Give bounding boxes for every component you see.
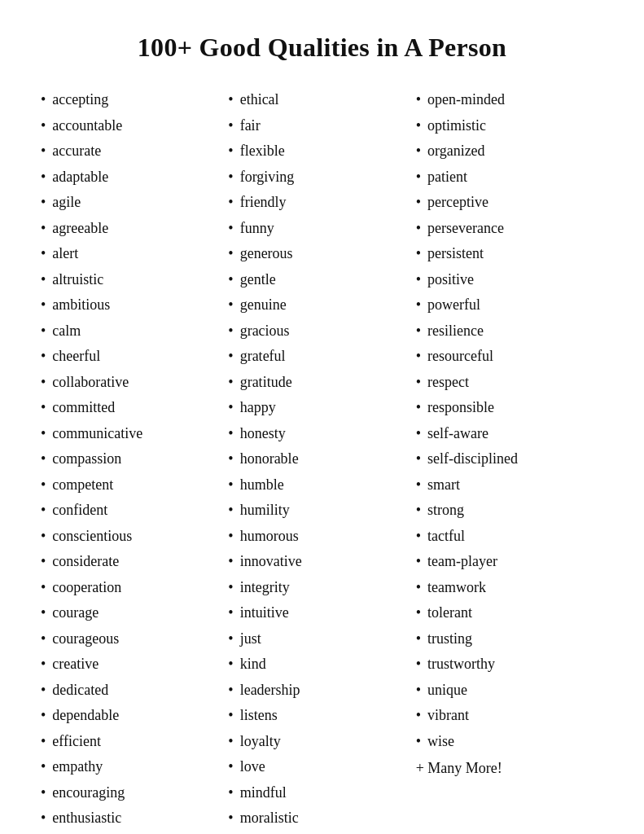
list-item: open-minded [416, 87, 603, 113]
list-item: generous [228, 241, 415, 267]
list-item: resourceful [416, 344, 603, 370]
list-item: grateful [228, 344, 415, 370]
list-item: friendly [228, 190, 415, 216]
list-item: wise [416, 729, 603, 755]
column-3: open-mindedoptimisticorganizedpatientper… [416, 87, 603, 832]
list-item: tolerant [416, 600, 603, 626]
extra-note: + Many More! [416, 756, 603, 782]
list-item: teamwork [416, 575, 603, 601]
list-item: innovative [228, 549, 415, 575]
qualities-list-1: acceptingaccountableaccurateadaptableagi… [41, 87, 228, 832]
list-item: loyalty [228, 729, 415, 755]
list-item: resilience [416, 318, 603, 345]
list-item: accepting [41, 87, 228, 113]
list-item: committed [41, 395, 228, 421]
list-item: flexible [228, 138, 415, 165]
list-item: funny [228, 216, 415, 242]
column-2: ethicalfairflexibleforgivingfriendlyfunn… [228, 87, 415, 832]
list-item: courageous [41, 626, 228, 652]
list-item: powerful [416, 292, 603, 318]
columns-wrapper: acceptingaccountableaccurateadaptableagi… [41, 87, 603, 832]
list-item: happy [228, 395, 415, 421]
list-item: adaptable [41, 165, 228, 191]
list-item: just [228, 626, 415, 652]
list-item: perceptive [416, 190, 603, 216]
list-item: listens [228, 703, 415, 729]
list-item: genuine [228, 292, 415, 318]
list-item: vibrant [416, 703, 603, 729]
list-item: alert [41, 241, 228, 267]
list-item: respect [416, 370, 603, 396]
list-item: ethical [228, 87, 415, 113]
list-item: compassion [41, 446, 228, 472]
list-item: gratitude [228, 370, 415, 396]
list-item: mindful [228, 780, 415, 806]
list-item: dependable [41, 703, 228, 729]
list-item: considerate [41, 549, 228, 575]
list-item: self-disciplined [416, 446, 603, 472]
list-item: agreeable [41, 216, 228, 242]
list-item: persistent [416, 241, 603, 267]
list-item: encouraging [41, 780, 228, 806]
list-item: optimistic [416, 113, 603, 139]
list-item: honesty [228, 421, 415, 447]
list-item: positive [416, 267, 603, 293]
list-item: forgiving [228, 165, 415, 191]
list-item: humorous [228, 524, 415, 550]
list-item: self-aware [416, 421, 603, 447]
page-container: 100+ Good Qualities in A Person acceptin… [0, 0, 644, 834]
qualities-list-2: ethicalfairflexibleforgivingfriendlyfunn… [228, 87, 415, 832]
list-item: efficient [41, 729, 228, 755]
list-item: humble [228, 472, 415, 498]
list-item: patient [416, 165, 603, 191]
list-item: humility [228, 498, 415, 524]
list-item: team-player [416, 549, 603, 575]
list-item: collaborative [41, 370, 228, 396]
list-item: fair [228, 113, 415, 139]
list-item: love [228, 754, 415, 780]
qualities-list-3: open-mindedoptimisticorganizedpatientper… [416, 87, 603, 754]
list-item: smart [416, 472, 603, 498]
page-title: 100+ Good Qualities in A Person [41, 33, 603, 63]
list-item: tactful [416, 524, 603, 550]
list-item: agile [41, 190, 228, 216]
list-item: moralistic [228, 805, 415, 832]
column-1: acceptingaccountableaccurateadaptableagi… [41, 87, 228, 832]
list-item: gentle [228, 267, 415, 293]
list-item: cooperation [41, 575, 228, 601]
list-item: confident [41, 498, 228, 524]
list-item: strong [416, 498, 603, 524]
list-item: ambitious [41, 292, 228, 318]
list-item: unique [416, 678, 603, 704]
list-item: competent [41, 472, 228, 498]
list-item: integrity [228, 575, 415, 601]
list-item: organized [416, 138, 603, 165]
list-item: trustworthy [416, 652, 603, 678]
list-item: enthusiastic [41, 805, 228, 832]
list-item: cheerful [41, 344, 228, 370]
list-item: communicative [41, 421, 228, 447]
list-item: intuitive [228, 600, 415, 626]
list-item: accountable [41, 113, 228, 139]
list-item: accurate [41, 138, 228, 165]
list-item: creative [41, 652, 228, 678]
list-item: calm [41, 318, 228, 345]
list-item: responsible [416, 395, 603, 421]
list-item: gracious [228, 318, 415, 345]
list-item: leadership [228, 678, 415, 704]
list-item: kind [228, 652, 415, 678]
list-item: trusting [416, 626, 603, 652]
list-item: courage [41, 600, 228, 626]
list-item: dedicated [41, 678, 228, 704]
list-item: empathy [41, 754, 228, 780]
list-item: conscientious [41, 524, 228, 550]
list-item: perseverance [416, 216, 603, 242]
list-item: altruistic [41, 267, 228, 293]
list-item: honorable [228, 446, 415, 472]
